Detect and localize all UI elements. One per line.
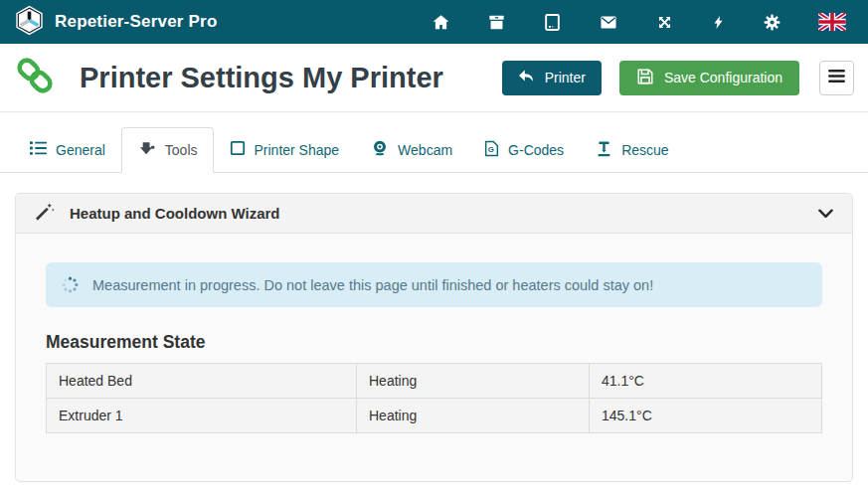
gcode-file-icon: G (484, 140, 499, 160)
square-outline-icon (230, 140, 246, 159)
wizard-panel-header[interactable]: Heatup and Cooldown Wizard (16, 194, 852, 234)
chain-link-icon (14, 55, 56, 100)
heater-name-cell: Extruder 1 (47, 399, 357, 433)
messages-icon[interactable] (599, 13, 618, 32)
table-row: Heated Bed Heating 41.1°C (47, 364, 822, 399)
tab-webcam-label: Webcam (398, 142, 452, 158)
heater-status-cell: Heating (357, 399, 590, 433)
tab-printer-shape[interactable]: Printer Shape (214, 127, 356, 173)
heater-name-cell: Heated Bed (47, 364, 357, 399)
printer-list-icon[interactable] (487, 13, 506, 32)
reply-arrow-icon (518, 69, 535, 86)
back-to-printer-label: Printer (545, 70, 586, 85)
brand-title: Repetier-Server Pro (55, 12, 217, 32)
extruder-icon (137, 140, 156, 160)
language-flag-uk-icon[interactable] (818, 13, 846, 31)
hamburger-icon (828, 70, 845, 85)
settings-icon[interactable] (763, 13, 781, 32)
heater-temperature-cell: 41.1°C (590, 364, 822, 399)
fullscreen-icon[interactable] (655, 13, 674, 32)
tab-gcodes[interactable]: G G-Codes (468, 127, 580, 173)
navbar-icon-menu (432, 13, 854, 32)
header-actions: Printer Save Configuration (502, 61, 854, 95)
tab-rescue[interactable]: Rescue (580, 127, 684, 173)
magic-wand-icon (35, 202, 55, 226)
tab-tools[interactable]: Tools (121, 127, 214, 173)
measurement-state-table: Heated Bed Heating 41.1°C Extruder 1 Hea… (46, 363, 822, 433)
wizard-panel-title: Heatup and Cooldown Wizard (70, 205, 280, 222)
page-header: Printer Settings My Printer Printer Save… (0, 44, 868, 100)
save-configuration-button[interactable]: Save Configuration (619, 61, 799, 95)
more-menu-button[interactable] (819, 61, 854, 95)
heater-status-cell: Heating (357, 364, 590, 399)
touchscreen-icon[interactable] (543, 13, 562, 32)
back-to-printer-button[interactable]: Printer (502, 61, 602, 95)
measurement-progress-alert-text: Measurement in progress. Do not leave th… (92, 277, 653, 293)
rescue-probe-icon (596, 140, 612, 160)
settings-tab-bar: General Tools Printer Shape Webcam G G-C… (0, 112, 868, 173)
spinner-icon (61, 275, 80, 294)
save-floppy-icon (636, 68, 654, 88)
wizard-panel-body: Measurement in progress. Do not leave th… (16, 234, 852, 481)
tab-webcam[interactable]: Webcam (355, 127, 468, 173)
measurement-state-heading: Measurement State (46, 332, 822, 353)
page-title: Printer Settings My Printer (80, 62, 443, 94)
table-row: Extruder 1 Heating 145.1°C (47, 399, 822, 433)
tab-tools-label: Tools (165, 142, 198, 158)
power-icon[interactable] (711, 13, 726, 32)
tab-rescue-label: Rescue (621, 142, 668, 158)
repetier-logo-icon (14, 5, 45, 40)
svg-text:G: G (488, 145, 494, 154)
chevron-down-icon[interactable] (818, 209, 833, 219)
home-icon[interactable] (432, 13, 450, 32)
save-configuration-label: Save Configuration (664, 70, 782, 85)
measurement-progress-alert: Measurement in progress. Do not leave th… (46, 262, 822, 307)
top-navbar: Repetier-Server Pro (0, 0, 868, 44)
tab-printer-shape-label: Printer Shape (255, 142, 340, 158)
heatup-cooldown-wizard-panel: Heatup and Cooldown Wizard Measurement i… (15, 193, 853, 482)
tab-general[interactable]: General (14, 127, 121, 173)
tab-gcodes-label: G-Codes (508, 142, 564, 158)
webcam-icon (371, 139, 389, 160)
heater-temperature-cell: 145.1°C (590, 399, 822, 433)
tab-general-label: General (56, 142, 105, 158)
brand-link[interactable]: Repetier-Server Pro (14, 5, 217, 40)
list-icon (30, 140, 47, 159)
